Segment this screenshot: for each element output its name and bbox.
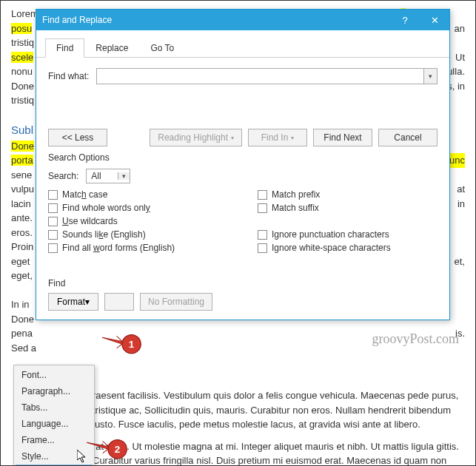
find-in-button[interactable]: Find In▾: [248, 129, 307, 146]
menu-item-language[interactable]: Language...: [16, 416, 93, 432]
whole-words-label: Find whole words only: [62, 203, 150, 213]
menu-item-frame[interactable]: Frame...: [16, 432, 93, 448]
find-what-input[interactable]: [97, 69, 423, 84]
cancel-button[interactable]: Cancel: [378, 129, 438, 146]
find-replace-dialog: Find and Replace ? ✕ Find Replace Go To …: [36, 9, 450, 320]
highlighted-text: scele: [11, 52, 33, 63]
match-suffix-checkbox[interactable]: [258, 203, 267, 213]
search-direction-label: Search:: [48, 171, 78, 181]
word-forms-checkbox[interactable]: [48, 243, 58, 253]
dialog-titlebar[interactable]: Find and Replace ? ✕: [36, 10, 449, 30]
doc-paragraph: raesent facilisis. Vestibulum quis dolor…: [93, 388, 465, 432]
ignore-punct-label: Ignore punctuation characters: [272, 229, 389, 240]
find-next-button[interactable]: Find Next: [313, 129, 372, 146]
wildcards-label: Use wildcards: [62, 216, 118, 226]
highlighted-text: porta: [11, 155, 33, 166]
chevron-down-icon[interactable]: ▾: [423, 69, 437, 84]
doc-heading: Subl: [11, 124, 33, 136]
find-section-label: Find: [48, 278, 438, 288]
highlighted-text: posu: [11, 23, 32, 34]
no-formatting-button[interactable]: No Formatting: [140, 293, 212, 311]
reading-highlight-button[interactable]: Reading Highlight▾: [150, 129, 242, 146]
match-suffix-label: Match suffix: [272, 203, 319, 213]
word-forms-label: Find all word forms (English): [62, 243, 175, 253]
format-dropdown-menu: Font... Paragraph... Tabs... Language...…: [13, 365, 95, 466]
find-what-label: Find what:: [48, 71, 89, 81]
tab-replace[interactable]: Replace: [84, 38, 139, 58]
find-what-combobox[interactable]: ▾: [96, 68, 438, 84]
special-button[interactable]: [104, 293, 134, 311]
less-button[interactable]: << Less: [48, 129, 107, 146]
match-prefix-checkbox[interactable]: [258, 190, 267, 200]
match-prefix-label: Match prefix: [272, 189, 320, 200]
search-direction-select[interactable]: All ▾: [86, 169, 130, 183]
help-icon[interactable]: ?: [390, 10, 420, 30]
ignore-punct-checkbox[interactable]: [258, 230, 267, 240]
ignore-white-label: Ignore white-space characters: [272, 243, 391, 253]
tab-find[interactable]: Find: [45, 38, 84, 58]
sounds-like-label: Sounds like (English): [62, 229, 146, 240]
doc-paragraph: rat risus. Ut molestie magna at mi. Inte…: [93, 439, 465, 467]
match-case-label: Match case: [62, 189, 107, 200]
menu-item-tabs[interactable]: Tabs...: [16, 399, 93, 416]
chevron-down-icon: ▾: [85, 297, 90, 307]
search-options-label: Search Options: [48, 152, 438, 163]
highlighted-text: unc: [449, 153, 465, 168]
sounds-like-checkbox[interactable]: [48, 230, 58, 240]
ignore-white-checkbox[interactable]: [258, 243, 267, 253]
format-button[interactable]: Format▾: [48, 293, 98, 311]
close-icon[interactable]: ✕: [420, 10, 449, 30]
menu-item-style[interactable]: Style...: [16, 448, 93, 465]
menu-item-font[interactable]: Font...: [16, 367, 93, 383]
chevron-down-icon[interactable]: ▾: [118, 172, 130, 180]
menu-item-paragraph[interactable]: Paragraph...: [16, 383, 93, 399]
tab-goto[interactable]: Go To: [139, 38, 185, 58]
match-case-checkbox[interactable]: [48, 190, 58, 200]
highlighted-text: Done: [11, 141, 34, 152]
whole-words-checkbox[interactable]: [48, 203, 58, 213]
wildcards-checkbox[interactable]: [48, 217, 58, 226]
dialog-title: Find and Replace: [42, 15, 112, 25]
